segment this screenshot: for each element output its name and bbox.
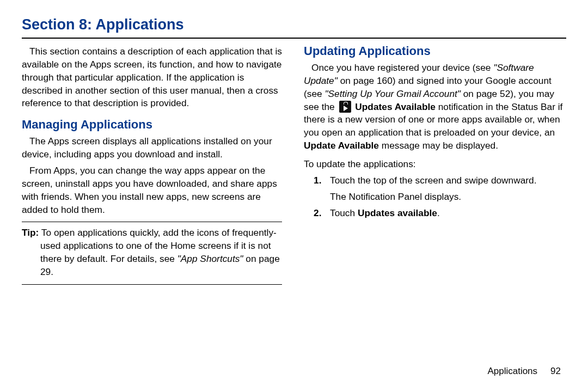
intro-paragraph: This section contains a description of e… (22, 45, 282, 110)
step-1: Touch the top of the screen and swipe do… (304, 174, 564, 204)
bold-update-available: Update Available (304, 140, 379, 151)
divider-thin-bottom (22, 284, 282, 285)
step-2-suffix: . (437, 207, 440, 218)
link-gmail-account: "Setting Up Your Gmail Account" (324, 88, 461, 99)
bold-updates-available: Updates Available (355, 101, 436, 112)
divider-thin-top (22, 222, 282, 222)
manual-page: Section 8: Applications This section con… (0, 0, 588, 392)
run-a: Once you have registered your device (se… (311, 62, 493, 73)
managing-applications-heading: Managing Applications (22, 118, 282, 132)
step-2-prefix: Touch (330, 207, 358, 218)
run-e: message may be displayed. (379, 140, 498, 151)
section-title: Section 8: Applications (22, 16, 566, 33)
footer-chapter: Applications (487, 366, 537, 376)
footer-page-number: 92 (550, 366, 561, 376)
left-column: This section contains a description of e… (22, 44, 282, 289)
update-steps-list: Touch the top of the screen and swipe do… (304, 174, 564, 220)
step-2: Touch Updates available. (304, 207, 564, 220)
step-1-text: Touch the top of the screen and swipe do… (330, 175, 536, 186)
to-update-lead-in: To update the applications: (304, 158, 564, 171)
updates-available-icon (339, 101, 351, 113)
managing-p2: From Apps, you can change the way apps a… (22, 164, 282, 216)
two-column-layout: This section contains a description of e… (22, 44, 566, 289)
updating-paragraph: Once you have registered your device (se… (304, 62, 564, 152)
managing-p1: The Apps screen displays all application… (22, 135, 282, 161)
step-1-sub: The Notification Panel displays. (330, 191, 564, 204)
page-footer: Applications92 (487, 366, 561, 377)
right-column: Updating Applications Once you have regi… (304, 44, 564, 289)
tip-block: Tip: To open applications quickly, add t… (22, 226, 282, 278)
updating-applications-heading: Updating Applications (304, 44, 564, 58)
tip-link-app-shortcuts: "App Shortcuts" (177, 253, 243, 264)
tip-label: Tip: (22, 227, 39, 238)
divider-heavy (22, 38, 566, 39)
step-2-bold: Updates available (358, 207, 437, 218)
